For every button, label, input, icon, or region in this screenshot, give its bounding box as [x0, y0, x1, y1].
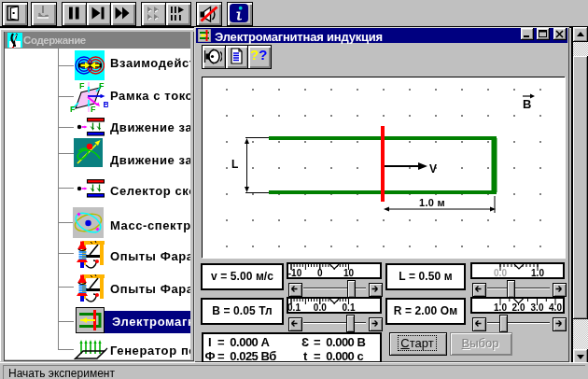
- svg-text:0.0: 0.0: [494, 268, 507, 277]
- svg-text:B: B: [104, 100, 109, 109]
- svg-text:3.0: 3.0: [531, 302, 544, 312]
- svg-text:1.0: 1.0: [494, 302, 507, 312]
- svg-text:1.0: 1.0: [531, 268, 544, 277]
- svg-text:0: 0: [317, 268, 323, 277]
- svg-text:F: F: [70, 105, 76, 113]
- svg-text:V: V: [429, 162, 437, 175]
- svg-text:L: L: [231, 158, 238, 171]
- svg-text:F: F: [99, 81, 105, 91]
- svg-text:4.0: 4.0: [549, 302, 562, 312]
- svg-text:0.1: 0.1: [288, 302, 301, 312]
- svg-text:0.0: 0.0: [314, 302, 327, 312]
- svg-text:0.1: 0.1: [343, 302, 356, 312]
- svg-text:B: B: [523, 97, 531, 111]
- svg-text:F: F: [79, 81, 85, 91]
- svg-text:10: 10: [343, 268, 355, 277]
- svg-text:F: F: [91, 105, 96, 113]
- svg-text:-10: -10: [288, 268, 302, 277]
- svg-text:1.0 м: 1.0 м: [419, 197, 445, 208]
